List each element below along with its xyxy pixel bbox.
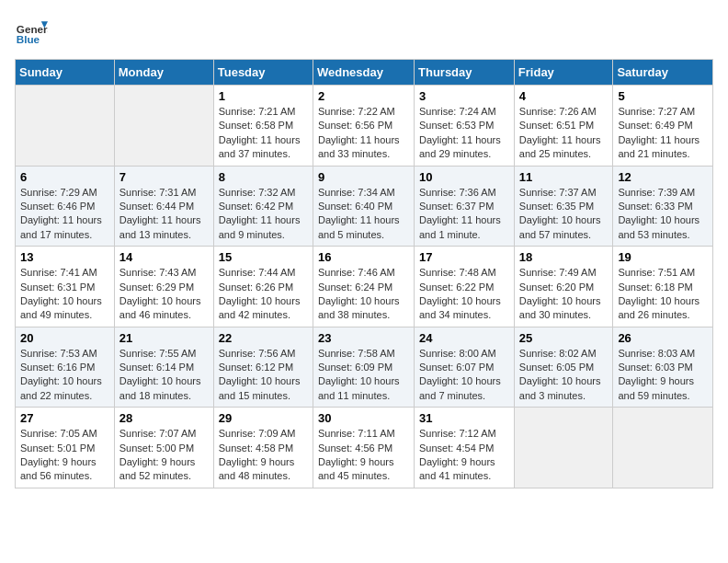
day-info: Sunrise: 7:07 AMSunset: 5:00 PMDaylight:… [119,427,209,484]
day-info: Sunrise: 7:31 AMSunset: 6:44 PMDaylight:… [119,186,209,243]
day-info: Sunrise: 7:43 AMSunset: 6:29 PMDaylight:… [119,266,209,323]
page-header: General Blue [15,15,713,48]
day-info: Sunrise: 7:12 AMSunset: 4:54 PMDaylight:… [419,427,509,484]
day-number: 27 [20,411,109,425]
day-header-saturday: Saturday [613,60,713,86]
day-info: Sunrise: 7:37 AMSunset: 6:35 PMDaylight:… [519,186,609,243]
day-info: Sunrise: 7:29 AMSunset: 6:46 PMDaylight:… [20,186,109,243]
calendar-cell: 27Sunrise: 7:05 AMSunset: 5:01 PMDayligh… [16,408,115,488]
day-header-sunday: Sunday [16,60,115,86]
day-header-friday: Friday [514,60,613,86]
day-number: 1 [219,89,308,103]
day-info: Sunrise: 7:34 AMSunset: 6:40 PMDaylight:… [318,186,409,243]
day-number: 23 [318,331,409,345]
day-info: Sunrise: 7:44 AMSunset: 6:26 PMDaylight:… [219,266,308,323]
calendar-cell: 5Sunrise: 7:27 AMSunset: 6:49 PMDaylight… [613,86,713,167]
calendar-cell: 6Sunrise: 7:29 AMSunset: 6:46 PMDaylight… [16,166,115,247]
day-header-wednesday: Wednesday [313,60,414,86]
calendar-table: SundayMondayTuesdayWednesdayThursdayFrid… [15,59,713,488]
calendar-cell: 24Sunrise: 8:00 AMSunset: 6:07 PMDayligh… [415,327,515,408]
calendar-cell: 28Sunrise: 7:07 AMSunset: 5:00 PMDayligh… [114,408,213,488]
calendar-cell: 17Sunrise: 7:48 AMSunset: 6:22 PMDayligh… [415,247,515,327]
day-number: 12 [618,170,708,184]
calendar-cell: 1Sunrise: 7:21 AMSunset: 6:58 PMDaylight… [213,86,313,167]
day-number: 5 [618,89,708,103]
day-info: Sunrise: 7:24 AMSunset: 6:53 PMDaylight:… [419,105,509,162]
calendar-cell: 9Sunrise: 7:34 AMSunset: 6:40 PMDaylight… [313,166,414,247]
day-info: Sunrise: 7:05 AMSunset: 5:01 PMDaylight:… [20,427,109,484]
day-number: 26 [618,331,708,345]
calendar-cell: 10Sunrise: 7:36 AMSunset: 6:37 PMDayligh… [415,166,515,247]
day-info: Sunrise: 7:46 AMSunset: 6:24 PMDaylight:… [318,266,409,323]
calendar-week-5: 27Sunrise: 7:05 AMSunset: 5:01 PMDayligh… [16,408,713,488]
calendar-cell [114,86,213,167]
calendar-cell: 20Sunrise: 7:53 AMSunset: 6:16 PMDayligh… [16,327,115,408]
day-info: Sunrise: 7:58 AMSunset: 6:09 PMDaylight:… [318,347,409,404]
day-number: 28 [119,411,209,425]
calendar-cell [514,408,613,488]
calendar-cell: 12Sunrise: 7:39 AMSunset: 6:33 PMDayligh… [613,166,713,247]
day-header-monday: Monday [114,60,213,86]
day-number: 16 [318,250,409,264]
day-number: 21 [119,331,209,345]
day-number: 6 [20,170,109,184]
day-info: Sunrise: 8:03 AMSunset: 6:03 PMDaylight:… [618,347,708,404]
day-number: 11 [519,170,609,184]
calendar-cell: 7Sunrise: 7:31 AMSunset: 6:44 PMDaylight… [114,166,213,247]
calendar-cell: 22Sunrise: 7:56 AMSunset: 6:12 PMDayligh… [213,327,313,408]
day-number: 30 [318,411,409,425]
calendar-cell: 14Sunrise: 7:43 AMSunset: 6:29 PMDayligh… [114,247,213,327]
calendar-cell [16,86,115,167]
day-number: 25 [519,331,609,345]
day-info: Sunrise: 7:11 AMSunset: 4:56 PMDaylight:… [318,427,409,484]
day-number: 20 [20,331,109,345]
day-info: Sunrise: 7:32 AMSunset: 6:42 PMDaylight:… [219,186,308,243]
day-info: Sunrise: 7:41 AMSunset: 6:31 PMDaylight:… [20,266,109,323]
day-info: Sunrise: 7:27 AMSunset: 6:49 PMDaylight:… [618,105,708,162]
calendar-cell: 16Sunrise: 7:46 AMSunset: 6:24 PMDayligh… [313,247,414,327]
calendar-cell: 11Sunrise: 7:37 AMSunset: 6:35 PMDayligh… [514,166,613,247]
calendar-week-4: 20Sunrise: 7:53 AMSunset: 6:16 PMDayligh… [16,327,713,408]
day-number: 22 [219,331,308,345]
day-info: Sunrise: 7:48 AMSunset: 6:22 PMDaylight:… [419,266,509,323]
calendar-cell: 23Sunrise: 7:58 AMSunset: 6:09 PMDayligh… [313,327,414,408]
day-number: 4 [519,89,609,103]
day-number: 8 [219,170,308,184]
calendar-cell: 26Sunrise: 8:03 AMSunset: 6:03 PMDayligh… [613,327,713,408]
calendar-cell: 3Sunrise: 7:24 AMSunset: 6:53 PMDaylight… [415,86,515,167]
day-info: Sunrise: 8:02 AMSunset: 6:05 PMDaylight:… [519,347,609,404]
day-number: 19 [618,250,708,264]
day-number: 15 [219,250,308,264]
calendar-week-1: 1Sunrise: 7:21 AMSunset: 6:58 PMDaylight… [16,86,713,167]
calendar-cell: 2Sunrise: 7:22 AMSunset: 6:56 PMDaylight… [313,86,414,167]
calendar-cell: 4Sunrise: 7:26 AMSunset: 6:51 PMDaylight… [514,86,613,167]
day-number: 18 [519,250,609,264]
day-info: Sunrise: 7:26 AMSunset: 6:51 PMDaylight:… [519,105,609,162]
calendar-cell: 31Sunrise: 7:12 AMSunset: 4:54 PMDayligh… [415,408,515,488]
day-number: 17 [419,250,509,264]
day-info: Sunrise: 7:55 AMSunset: 6:14 PMDaylight:… [119,347,209,404]
day-info: Sunrise: 7:21 AMSunset: 6:58 PMDaylight:… [219,105,308,162]
day-number: 9 [318,170,409,184]
day-info: Sunrise: 7:56 AMSunset: 6:12 PMDaylight:… [219,347,308,404]
calendar-cell [613,408,713,488]
day-info: Sunrise: 7:22 AMSunset: 6:56 PMDaylight:… [318,105,409,162]
logo: General Blue [15,15,51,48]
logo-icon: General Blue [15,15,48,48]
day-number: 2 [318,89,409,103]
day-info: Sunrise: 7:51 AMSunset: 6:18 PMDaylight:… [618,266,708,323]
calendar-cell: 25Sunrise: 8:02 AMSunset: 6:05 PMDayligh… [514,327,613,408]
day-info: Sunrise: 7:39 AMSunset: 6:33 PMDaylight:… [618,186,708,243]
calendar-cell: 19Sunrise: 7:51 AMSunset: 6:18 PMDayligh… [613,247,713,327]
calendar-cell: 21Sunrise: 7:55 AMSunset: 6:14 PMDayligh… [114,327,213,408]
day-header-thursday: Thursday [415,60,515,86]
calendar-cell: 18Sunrise: 7:49 AMSunset: 6:20 PMDayligh… [514,247,613,327]
day-number: 10 [419,170,509,184]
calendar-cell: 30Sunrise: 7:11 AMSunset: 4:56 PMDayligh… [313,408,414,488]
calendar-cell: 29Sunrise: 7:09 AMSunset: 4:58 PMDayligh… [213,408,313,488]
calendar-cell: 13Sunrise: 7:41 AMSunset: 6:31 PMDayligh… [16,247,115,327]
calendar-week-2: 6Sunrise: 7:29 AMSunset: 6:46 PMDaylight… [16,166,713,247]
day-info: Sunrise: 7:09 AMSunset: 4:58 PMDaylight:… [219,427,308,484]
calendar-header-row: SundayMondayTuesdayWednesdayThursdayFrid… [16,60,713,86]
svg-text:Blue: Blue [17,33,40,45]
